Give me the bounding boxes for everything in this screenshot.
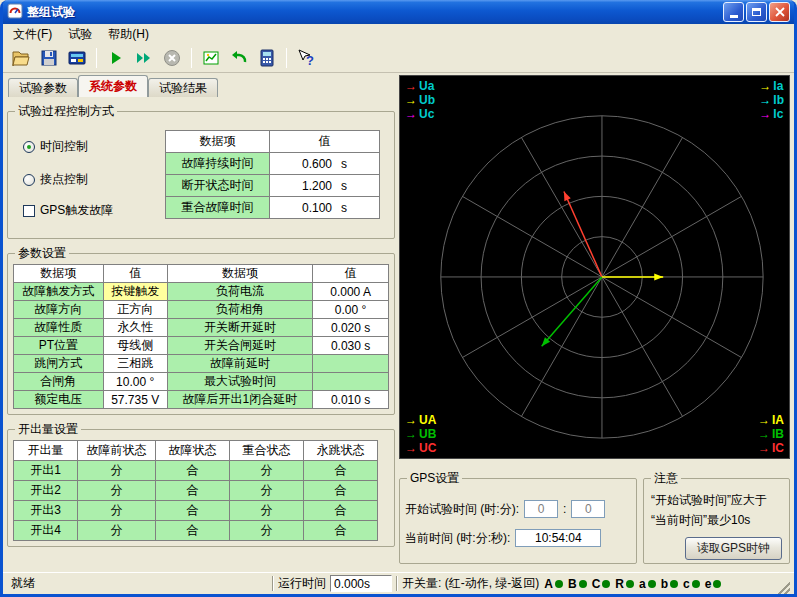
phasor-label-IB: →IB	[758, 427, 784, 441]
state-cell[interactable]: 合	[304, 501, 378, 521]
switch-indicators: ABCRabce	[539, 577, 721, 591]
time-settings-table: 数据项 值 故障持续时间 0.600s 断开状态时间 1.200s 重合故障	[165, 130, 380, 219]
start-minute-input[interactable]: 0	[571, 500, 605, 518]
gps-settings-group: GPS设置 开始试验时间 (时:分): 0 : 0 当前时间 (时:分:秒): …	[399, 470, 637, 564]
tab-test-results[interactable]: 试验结果	[148, 78, 218, 97]
menu-file[interactable]: 文件(F)	[5, 24, 60, 45]
minimize-button[interactable]	[723, 2, 744, 22]
status-divider	[396, 576, 398, 591]
checkbox-gps-trigger[interactable]: GPS触发故障	[23, 202, 161, 219]
start-hour-input[interactable]: 0	[524, 500, 558, 518]
state-cell[interactable]: 合	[156, 481, 230, 501]
row-label: 故障触发方式	[14, 283, 104, 301]
keypad-icon[interactable]	[254, 46, 280, 71]
context-help-icon[interactable]: ?	[293, 46, 319, 71]
radio-contact-control[interactable]: 接点控制	[23, 171, 161, 188]
value-cell[interactable]: 0.000 A	[313, 283, 389, 301]
value-cell[interactable]: 母线侧	[103, 337, 167, 355]
phasor-arrow-icon: →	[405, 79, 417, 93]
current-time-input[interactable]: 10:54:04	[515, 529, 601, 547]
phasor-arrow-icon: →	[759, 79, 771, 93]
menu-test[interactable]: 试验	[60, 24, 100, 45]
fast-forward-icon[interactable]	[131, 46, 157, 71]
download-icon[interactable]	[64, 46, 90, 71]
table-row: 开出4 分 合 分 合	[14, 521, 378, 541]
value-cell[interactable]: 0.00 °	[313, 301, 389, 319]
state-cell[interactable]: 合	[304, 481, 378, 501]
stop-icon[interactable]	[159, 46, 185, 71]
value-cell[interactable]: 正方向	[103, 301, 167, 319]
tab-test-params[interactable]: 试验参数	[8, 78, 78, 97]
state-cell[interactable]: 分	[230, 501, 304, 521]
value-cell[interactable]: 三相跳	[103, 355, 167, 373]
value-cell[interactable]: 0.100s	[270, 197, 380, 219]
report-icon[interactable]	[198, 46, 224, 71]
switch-state-icon	[670, 580, 678, 588]
column-header: 永跳状态	[304, 441, 378, 461]
radio-checked-icon	[23, 141, 35, 153]
open-icon[interactable]	[8, 46, 34, 71]
state-cell[interactable]: 分	[78, 501, 156, 521]
time-separator: :	[563, 502, 566, 516]
undo-icon[interactable]	[226, 46, 252, 71]
tab-strip: 试验参数 系统参数 试验结果	[7, 75, 395, 97]
phasor-arrow-icon: →	[405, 93, 417, 107]
radio-time-control[interactable]: 时间控制	[23, 138, 161, 155]
switch-state-icon	[555, 580, 563, 588]
app-window: 整组试验 文件(F) 试验 帮助(H)	[0, 0, 797, 597]
menubar: 文件(F) 试验 帮助(H)	[3, 24, 794, 44]
value-cell[interactable]: 57.735 V	[103, 391, 167, 409]
state-cell[interactable]: 合	[304, 461, 378, 481]
switch-state-icon	[692, 580, 700, 588]
switch-state-icon	[713, 580, 721, 588]
value-cell[interactable]: 0.600s	[270, 153, 380, 175]
row-label: 故障性质	[14, 319, 104, 337]
radio-label: 时间控制	[40, 138, 88, 155]
read-gps-clock-button[interactable]: 读取GPS时钟	[685, 537, 782, 560]
state-cell[interactable]: 分	[230, 461, 304, 481]
right-panel: →Ua→Ub→Uc →Ia→Ib→Ic →UA→UB→UC →IA→IB→IC …	[399, 75, 790, 572]
state-cell[interactable]: 合	[156, 521, 230, 541]
table-row: 开出3 分 合 分 合	[14, 501, 378, 521]
value-cell[interactable]: 0.030 s	[313, 337, 389, 355]
output-settings-title: 开出量设置	[15, 421, 81, 438]
value-cell[interactable]: 1.200s	[270, 175, 380, 197]
state-cell[interactable]: 分	[78, 521, 156, 541]
param-settings-group: 参数设置 数据项 值 数据项 值 故障触发方式 按键触发 负荷电流 0.000 …	[7, 245, 395, 415]
phasor-label-UC: →UC	[405, 441, 436, 455]
param-settings-table: 数据项 值 数据项 值 故障触发方式 按键触发 负荷电流 0.000 A 故障方…	[13, 264, 389, 409]
phasor-arrow-icon: →	[405, 107, 417, 121]
value-cell[interactable]: 永久性	[103, 319, 167, 337]
param-settings-title: 参数设置	[15, 245, 69, 262]
notice-text-line2: “当前时间”最少10s	[649, 512, 784, 529]
value-cell-disabled	[313, 355, 389, 373]
runtime-section: 运行时间 0.000s	[278, 575, 392, 592]
value-cell[interactable]: 按键触发	[103, 283, 167, 301]
state-cell[interactable]: 合	[156, 461, 230, 481]
close-button[interactable]	[769, 2, 790, 22]
menu-help[interactable]: 帮助(H)	[100, 24, 157, 45]
tab-system-params[interactable]: 系统参数	[78, 75, 148, 97]
value-cell[interactable]: 10.00 °	[103, 373, 167, 391]
value-cell[interactable]: 0.010 s	[313, 391, 389, 409]
save-icon[interactable]	[36, 46, 62, 71]
state-cell[interactable]: 合	[304, 521, 378, 541]
state-cell[interactable]: 分	[78, 481, 156, 501]
toolbar-separator	[96, 48, 97, 68]
table-row: 开出2 分 合 分 合	[14, 481, 378, 501]
column-header: 数据项	[14, 265, 104, 283]
state-cell[interactable]: 分	[78, 461, 156, 481]
value-cell[interactable]: 0.020 s	[313, 319, 389, 337]
resize-grip[interactable]	[778, 582, 790, 594]
state-cell[interactable]: 分	[230, 521, 304, 541]
maximize-button[interactable]	[746, 2, 767, 22]
run-icon[interactable]	[103, 46, 129, 71]
titlebar[interactable]: 整组试验	[3, 0, 794, 24]
state-cell[interactable]: 合	[156, 501, 230, 521]
window-controls	[723, 2, 790, 22]
phasor-arrow-icon: →	[759, 107, 771, 121]
table-row: PT位置 母线侧 开关合闸延时 0.030 s	[14, 337, 389, 355]
switch-state-icon	[626, 580, 634, 588]
state-cell[interactable]: 分	[230, 481, 304, 501]
start-time-label: 开始试验时间 (时:分):	[405, 501, 519, 518]
